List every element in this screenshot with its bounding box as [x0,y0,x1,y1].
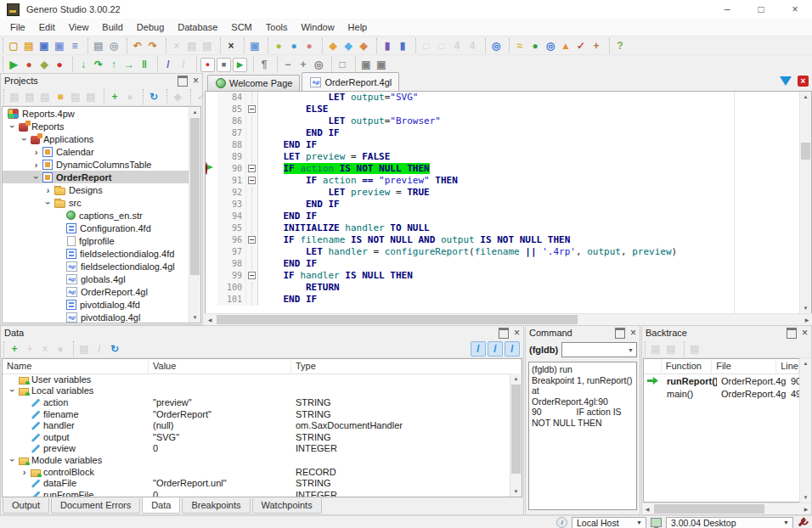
disable-watch-icon[interactable]: ● [53,341,68,357]
scroll-thumb[interactable] [217,315,578,324]
record-icon[interactable]: ● [200,58,215,72]
environment-select[interactable]: 3.00.04 Desktop ▼ [666,517,793,528]
new-group-icon[interactable]: ■ [53,89,68,104]
scroll-down-icon[interactable]: ▼ [800,492,811,503]
expand-icon[interactable]: › [42,186,54,194]
document-list-icon[interactable] [780,76,792,86]
directory-diff-icon[interactable]: □ [434,38,449,53]
fullscreen-editor-icon[interactable]: □ [335,57,350,72]
float-panel-icon[interactable] [499,328,509,339]
column-header-function[interactable]: Function [662,359,712,374]
chevron-down-icon[interactable]: ▼ [628,347,636,353]
rebuild-icon[interactable]: ● [302,38,317,53]
save-all-icon[interactable]: ≡ [67,38,82,53]
delete-icon[interactable]: × [223,38,239,53]
editor-margin[interactable] [206,234,217,246]
projects-scrollbar[interactable]: ▲ ▼ [189,107,200,323]
new-virtual-folder-icon[interactable]: ▤ [37,89,53,104]
variable-row[interactable]: User variables [3,374,510,385]
frame-up-icon[interactable]: ▤ [648,341,663,357]
edit-variable-icon[interactable]: / [92,341,107,357]
fold-toggle[interactable] [246,175,258,187]
execute-debug-icon[interactable]: ◆ [341,38,356,53]
collapse-icon[interactable]: › [8,121,17,132]
open-project-icon[interactable]: ▮ [395,38,410,53]
refresh-icon[interactable]: ↻ [146,89,161,104]
scroll-down-icon[interactable]: ▼ [189,312,200,323]
scroll-right-icon[interactable]: ▶ [801,506,811,512]
menu-tools[interactable]: Tools [259,19,295,36]
execute-icon[interactable]: ◆ [325,38,341,53]
copy-variable-icon[interactable]: ▤ [76,341,92,357]
new-package-icon[interactable]: ▤ [83,89,99,104]
step-into-icon[interactable]: ↓ [76,57,91,72]
menu-scm[interactable]: SCM [224,19,258,36]
project-tree-item[interactable]: fieldselectiondialog.4fd [3,247,189,260]
editor-margin[interactable] [206,175,217,187]
code-editor[interactable]: 84 LET output="SVG"85 ELSE86 LET output=… [205,91,812,314]
menu-database[interactable]: Database [171,19,224,36]
variable-row[interactable]: filename"OrderReport"STRING [3,408,510,420]
bottom-tab-watchpoints[interactable]: Watchpoints [252,498,322,514]
collapse-icon[interactable]: › [20,133,29,144]
build-icon[interactable]: ● [286,38,302,53]
debugger-command-input[interactable]: ▼ [561,342,637,357]
scroll-thumb[interactable] [190,118,200,275]
show-whitespace-icon[interactable]: ¶ [257,57,272,72]
form-diff-4fd-icon[interactable]: 4 [465,38,480,53]
editor-margin[interactable] [206,294,217,306]
refresh-variables-icon[interactable]: ↻ [107,341,122,357]
host-select[interactable]: Local Host ▼ [572,517,646,528]
project-tree-item[interactable]: OrderReport.4gl [3,285,189,298]
project-tree-item[interactable]: ›Designs [3,183,189,196]
scroll-down-icon[interactable]: ▼ [800,303,811,313]
delete-watch-icon[interactable]: × [37,341,53,357]
project-tree-item[interactable]: ›DynamicColumnsTable [3,158,189,171]
project-tree-item[interactable]: ›Applications [3,132,189,145]
backtrace-vscrollbar[interactable]: ▲ ▼ [799,358,811,503]
expand-icon[interactable]: › [19,468,30,476]
paste-icon[interactable]: ▤ [200,38,215,53]
scroll-up-icon[interactable]: ▲ [800,92,811,102]
copy-icon[interactable]: ▤ [184,38,200,53]
variable-row[interactable]: dataFile"OrderReport.unl"STRING [3,477,510,489]
stop-recording-icon[interactable]: ■ [217,58,231,72]
editor-margin[interactable] [206,258,217,270]
open-icon[interactable]: ▤ [21,38,37,53]
project-tree-item[interactable]: ›src [3,196,189,209]
fold-toggle[interactable] [246,163,258,175]
print-preview-icon[interactable]: ◎ [106,38,121,53]
tools-options-icon[interactable]: + [589,38,604,53]
editor-margin[interactable] [206,151,217,163]
code-diff-4gl-icon[interactable]: 4 [449,38,465,53]
close-panel-icon[interactable]: × [630,329,636,337]
menu-help[interactable]: Help [341,19,375,36]
editor-hscrollbar[interactable]: ◀ ▶ [205,313,812,325]
backtrace-frame[interactable]: main()OrderReport.4gl49 [644,387,799,400]
data-scrollbar[interactable]: ▲ ▼ [510,374,522,497]
editor-margin[interactable] [206,211,217,222]
scroll-up-icon[interactable]: ▲ [800,358,811,368]
fold-toggle[interactable] [246,234,258,246]
project-tree-item[interactable]: captions_en.str [3,209,189,222]
wrench-icon[interactable] [798,519,807,527]
maximize-button[interactable]: □ [744,0,778,19]
help-icon[interactable]: ? [612,38,628,53]
scroll-thumb[interactable] [511,385,521,474]
scroll-thumb[interactable] [654,504,764,514]
project-tree-item[interactable]: Configuration.4fd [3,222,189,234]
frame-down-icon[interactable]: ▤ [663,341,679,357]
scroll-down-icon[interactable]: ▼ [510,486,522,497]
add-watch-icon[interactable]: + [7,341,22,357]
editor-tab-welcome-page[interactable]: Welcome Page [207,75,300,91]
print-icon[interactable]: ▤ [91,38,106,53]
menu-build[interactable]: Build [95,19,129,36]
scroll-right-icon[interactable]: ▶ [802,317,812,323]
float-panel-icon[interactable] [615,328,625,339]
variable-row[interactable]: action"preview"STRING [3,396,510,408]
new-file-icon[interactable]: ▢ [6,38,21,53]
editor-margin[interactable] [206,115,217,127]
scroll-thumb[interactable] [801,143,810,160]
menu-debug[interactable]: Debug [130,19,171,36]
report-writer-icon[interactable]: ✓ [573,38,589,53]
